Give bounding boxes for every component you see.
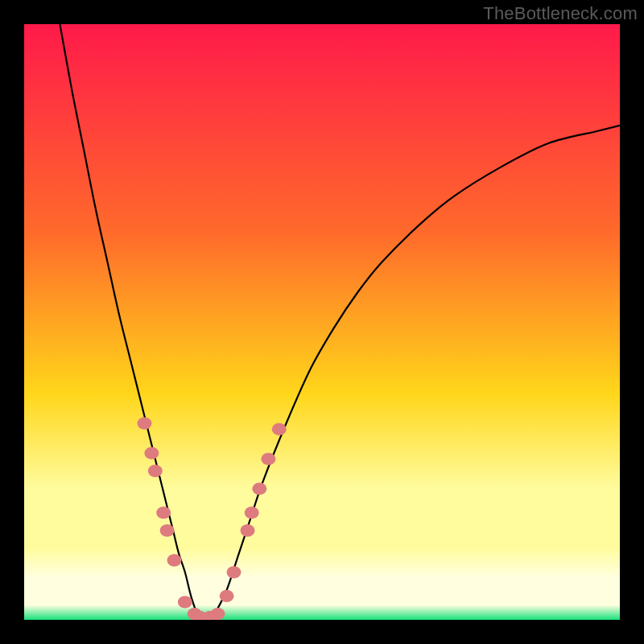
curve-marker <box>241 524 255 536</box>
curve-marker <box>252 483 266 495</box>
curve-marker <box>178 596 192 608</box>
curve-marker <box>137 417 151 429</box>
curve-marker <box>144 447 159 459</box>
curve-marker <box>220 590 234 602</box>
curve-marker <box>245 506 259 518</box>
curve-marker <box>160 524 175 536</box>
curve-marker <box>226 566 241 578</box>
plot-area <box>24 24 620 620</box>
curve-markers <box>137 417 286 620</box>
curve-marker <box>156 506 171 518</box>
curve-marker <box>272 423 287 436</box>
chart-frame: TheBottleneck.com <box>0 0 644 644</box>
watermark-text: TheBottleneck.com <box>483 3 638 24</box>
curve-marker <box>261 453 275 465</box>
curve-marker <box>148 464 163 477</box>
curve-marker <box>167 554 181 566</box>
curve-left-branch <box>60 24 196 614</box>
curve-layer <box>24 24 620 620</box>
curve-right-branch <box>215 126 620 614</box>
